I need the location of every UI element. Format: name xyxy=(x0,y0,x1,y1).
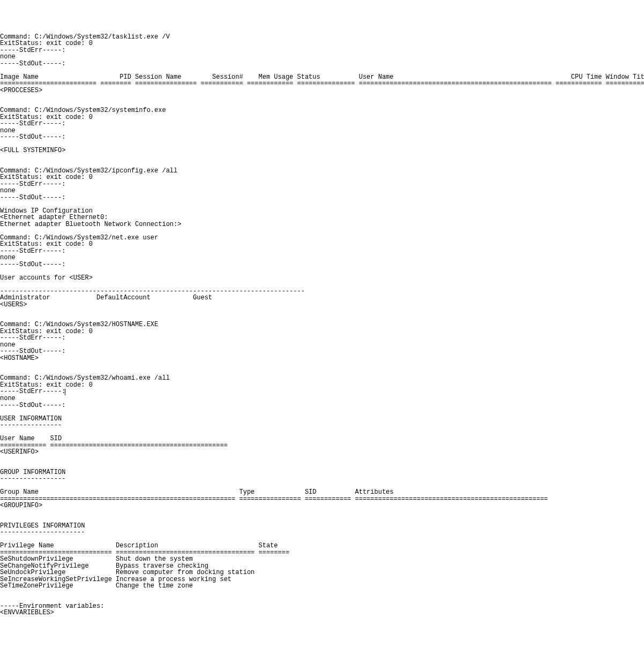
output-line: none xyxy=(0,395,644,402)
output-line xyxy=(0,462,644,469)
output-line: -----StdErr-----: xyxy=(0,120,644,127)
output-line: User Name SID xyxy=(0,435,644,442)
output-line: <Ethernet adapter Ethernet0: xyxy=(0,214,644,221)
output-line xyxy=(0,201,644,208)
output-line xyxy=(0,141,644,148)
output-line: Command: C:/Windows/System32/ipconfig.ex… xyxy=(0,168,644,175)
output-line: ========================= ======== =====… xyxy=(0,80,644,87)
output-line: ExitStatus: exit code: 0 xyxy=(0,40,644,47)
output-line: PRIVILEGES INFORMATION xyxy=(0,523,644,530)
output-line xyxy=(0,590,644,597)
output-line: Group Name Type SID Attributes xyxy=(0,489,644,496)
output-line xyxy=(0,281,644,288)
output-line: Command: C:/Windows/System32/HOSTNAME.EX… xyxy=(0,321,644,328)
output-line: ============ ===========================… xyxy=(0,442,644,449)
terminal-output: Command: C:/Windows/System32/tasklist.ex… xyxy=(0,34,644,616)
output-line: ExitStatus: exit code: 0 xyxy=(0,328,644,335)
output-line: ExitStatus: exit code: 0 xyxy=(0,174,644,181)
output-line xyxy=(0,361,644,368)
output-line: ----------------- xyxy=(0,476,644,482)
output-line: <USERS> xyxy=(0,301,644,308)
output-line: -----StdOut-----: xyxy=(0,194,644,201)
output-line: -----StdErr-----: xyxy=(0,181,644,188)
output-line: Privilege Name Description State xyxy=(0,542,644,549)
output-line: SeShutdownPrivilege Shut down the system xyxy=(0,556,644,563)
output-line: Command: C:/Windows/System32/systeminfo.… xyxy=(0,107,644,114)
output-line: none xyxy=(0,187,644,194)
output-line: Command: C:/Windows/System32/net.exe use… xyxy=(0,235,644,242)
output-line: -----StdOut-----: xyxy=(0,348,644,355)
output-line xyxy=(0,161,644,168)
output-line: ExitStatus: exit code: 0 xyxy=(0,241,644,248)
output-line xyxy=(0,94,644,101)
output-line: <FULL SYSTEMINFO> xyxy=(0,147,644,154)
output-line: Administrator DefaultAccount Guest xyxy=(0,295,644,301)
output-line: USER INFORMATION xyxy=(0,416,644,423)
output-line: <ENVVARIEBLES> xyxy=(0,609,644,616)
output-line: SeTimeZonePrivilege Change the time zone xyxy=(0,583,644,590)
output-line xyxy=(0,67,644,74)
output-line: -----StdErr-----: xyxy=(0,335,644,342)
output-line: GROUP INFORMATION xyxy=(0,469,644,476)
output-line: none xyxy=(0,342,644,349)
output-line: none xyxy=(0,254,644,261)
output-line: none xyxy=(0,54,644,61)
output-line: ExitStatus: exit code: 0 xyxy=(0,114,644,121)
output-line: -----StdOut-----: xyxy=(0,261,644,268)
output-line: Ethernet adapter Bluetooth Network Conne… xyxy=(0,221,644,228)
output-line xyxy=(0,228,644,235)
output-line xyxy=(0,596,644,603)
output-line: -----StdOut-----: xyxy=(0,402,644,409)
output-line: Command: C:/Windows/System32/tasklist.ex… xyxy=(0,34,644,41)
output-line xyxy=(0,268,644,275)
output-line: <GROUPINFO> xyxy=(0,502,644,509)
output-line xyxy=(0,429,644,436)
output-line xyxy=(0,456,644,463)
output-line: -----StdOut-----: xyxy=(0,61,644,67)
output-line: <PROCCESES> xyxy=(0,87,644,94)
output-line: <USERINFO> xyxy=(0,449,644,456)
output-line: SeUndockPrivilege Remove computer from d… xyxy=(0,569,644,576)
output-line: -----Environment variables: xyxy=(0,603,644,610)
output-line: ExitStatus: exit code: 0 xyxy=(0,382,644,389)
output-line: -----StdErr-----: xyxy=(0,47,644,54)
output-line: Command: C:/Windows/System32/whoami.exe … xyxy=(0,375,644,382)
output-line xyxy=(0,516,644,523)
output-line: none xyxy=(0,127,644,134)
output-line: ========================================… xyxy=(0,496,644,503)
output-line: User accounts for <USER> xyxy=(0,275,644,282)
output-line: ---------------- xyxy=(0,422,644,429)
output-line: <HOSTNAME> xyxy=(0,355,644,362)
output-line: -----StdErr-----: xyxy=(0,248,644,255)
text-cursor xyxy=(65,389,65,395)
output-line xyxy=(0,308,644,315)
output-line: ---------------------- xyxy=(0,529,644,536)
output-line xyxy=(0,409,644,416)
output-line: -----StdErr-----: xyxy=(0,388,644,395)
output-line xyxy=(0,509,644,516)
output-line: -----StdOut-----: xyxy=(0,134,644,141)
output-line xyxy=(0,154,644,161)
